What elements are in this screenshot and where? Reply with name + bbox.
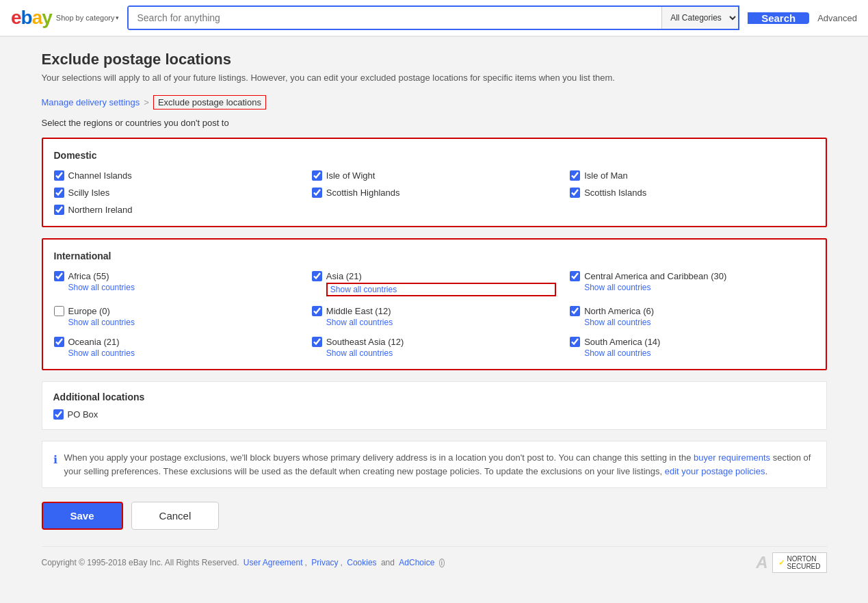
search-input[interactable]	[129, 7, 661, 29]
po-box-checkbox[interactable]	[53, 409, 64, 420]
scottish-highlands-label[interactable]: Scottish Highlands	[326, 188, 400, 198]
breadcrumb-separator: >	[144, 97, 149, 107]
norton-text: NORTONSECURED	[787, 555, 821, 570]
south-america-header: South America (14)	[570, 337, 814, 347]
main-content: Exclude postage locations Your selection…	[31, 37, 838, 592]
africa-header: Africa (55)	[54, 271, 298, 281]
southeast-asia-header: Southeast Asia (12)	[312, 337, 556, 347]
list-item: Central America and Caribbean (30) Show …	[570, 271, 814, 296]
central-america-label[interactable]: Central America and Caribbean (30)	[584, 271, 726, 281]
checkmark-icon: ✓	[778, 559, 785, 567]
africa-show-countries[interactable]: Show all countries	[68, 283, 298, 292]
domestic-grid: Channel Islands Isle of Wight Isle of Ma…	[54, 170, 815, 215]
asia-checkbox[interactable]	[312, 271, 322, 281]
user-agreement-link[interactable]: User Agreement	[244, 558, 303, 567]
list-item: PO Box	[53, 409, 815, 420]
oceania-show-countries[interactable]: Show all countries	[68, 348, 298, 358]
middle-east-show-countries[interactable]: Show all countries	[326, 318, 556, 327]
list-item: Southeast Asia (12) Show all countries	[312, 337, 556, 358]
breadcrumb-parent-link[interactable]: Manage delivery settings	[42, 97, 140, 107]
header: ebay Shop by category ▾ All Categories S…	[0, 0, 868, 37]
channel-islands-label[interactable]: Channel Islands	[68, 170, 132, 181]
middle-east-header: Middle East (12)	[312, 306, 556, 316]
scilly-isles-label[interactable]: Scilly Isles	[68, 188, 110, 198]
domestic-label: Domestic	[54, 150, 815, 161]
south-america-show-countries[interactable]: Show all countries	[584, 348, 814, 358]
shop-by-category[interactable]: Shop by category ▾	[56, 14, 120, 22]
europe-checkbox[interactable]	[54, 306, 64, 316]
adchoice-icon: i	[439, 559, 445, 567]
international-section: International Africa (55) Show all count…	[42, 238, 827, 370]
info-box: ℹ When you apply your postage exclusions…	[42, 441, 827, 488]
oceania-header: Oceania (21)	[54, 337, 298, 347]
cookies-link[interactable]: Cookies	[347, 558, 376, 567]
po-box-label[interactable]: PO Box	[68, 409, 98, 420]
europe-header: Europe (0)	[54, 306, 298, 316]
central-america-show-countries[interactable]: Show all countries	[584, 283, 814, 292]
africa-label[interactable]: Africa (55)	[68, 271, 109, 281]
norton-badge: ✓ NORTONSECURED	[772, 552, 827, 573]
north-america-label[interactable]: North America (6)	[584, 306, 654, 316]
page-title: Exclude postage locations	[42, 51, 827, 68]
list-item: Asia (21) Show all countries	[312, 271, 556, 296]
northern-ireland-label[interactable]: Northern Ireland	[68, 205, 133, 215]
central-america-header: Central America and Caribbean (30)	[570, 271, 814, 281]
domestic-section: Domestic Channel Islands Isle of Wight I…	[42, 138, 827, 227]
advanced-search-link[interactable]: Advanced	[817, 13, 857, 23]
channel-islands-checkbox[interactable]	[54, 170, 64, 181]
footer: Copyright © 1995-2018 eBay Inc. All Righ…	[42, 546, 827, 578]
page-subtitle: Your selections will apply to all of you…	[42, 73, 827, 83]
logo-area: ebay Shop by category ▾	[11, 8, 119, 27]
asia-label[interactable]: Asia (21)	[326, 271, 362, 281]
isle-of-wight-checkbox[interactable]	[312, 170, 322, 181]
asia-show-countries[interactable]: Show all countries	[326, 283, 556, 296]
adchoice-link[interactable]: AdChoice	[399, 558, 434, 567]
cancel-button[interactable]: Cancel	[131, 502, 220, 530]
list-item: Oceania (21) Show all countries	[54, 337, 298, 358]
select-instruction: Select the regions or countries you don'…	[42, 118, 827, 128]
europe-show-countries[interactable]: Show all countries	[68, 318, 298, 327]
international-label: International	[54, 251, 815, 261]
south-america-checkbox[interactable]	[570, 337, 580, 347]
copyright-text: Copyright © 1995-2018 eBay Inc. All Righ…	[42, 558, 239, 567]
edit-postage-policies-link[interactable]: edit your postage policies	[665, 466, 765, 476]
isle-of-man-checkbox[interactable]	[570, 170, 580, 181]
north-america-header: North America (6)	[570, 306, 814, 316]
southeast-asia-checkbox[interactable]	[312, 337, 322, 347]
scilly-isles-checkbox[interactable]	[54, 188, 64, 198]
scottish-islands-checkbox[interactable]	[570, 188, 580, 198]
ebay-logo: ebay	[11, 8, 52, 27]
info-text: When you apply your postage exclusions, …	[64, 451, 815, 478]
category-select[interactable]: All Categories	[661, 7, 738, 29]
europe-label[interactable]: Europe (0)	[68, 306, 110, 316]
southeast-asia-show-countries[interactable]: Show all countries	[326, 348, 556, 358]
info-text-before: When you apply your postage exclusions, …	[64, 452, 692, 463]
list-item: Europe (0) Show all countries	[54, 306, 298, 327]
central-america-checkbox[interactable]	[570, 271, 580, 281]
isle-of-man-label[interactable]: Isle of Man	[584, 170, 628, 181]
list-item: Africa (55) Show all countries	[54, 271, 298, 296]
south-america-label[interactable]: South America (14)	[584, 337, 660, 347]
north-america-show-countries[interactable]: Show all countries	[584, 318, 814, 327]
north-america-checkbox[interactable]	[570, 306, 580, 316]
footer-right: A ✓ NORTONSECURED	[756, 552, 826, 573]
footer-copyright: Copyright © 1995-2018 eBay Inc. All Righ…	[42, 558, 445, 567]
isle-of-wight-label[interactable]: Isle of Wight	[326, 170, 376, 181]
scottish-highlands-checkbox[interactable]	[312, 188, 322, 198]
buyer-requirements-link[interactable]: buyer requirements	[694, 452, 770, 463]
oceania-label[interactable]: Oceania (21)	[68, 337, 120, 347]
info-icon: ℹ	[53, 452, 57, 478]
list-item: Middle East (12) Show all countries	[312, 306, 556, 327]
search-button[interactable]: Search	[748, 12, 809, 24]
southeast-asia-label[interactable]: Southeast Asia (12)	[326, 337, 404, 347]
save-button[interactable]: Save	[42, 502, 123, 530]
international-grid: Africa (55) Show all countries Asia (21)…	[54, 271, 815, 358]
africa-checkbox[interactable]	[54, 271, 64, 281]
northern-ireland-checkbox[interactable]	[54, 205, 64, 215]
scottish-islands-label[interactable]: Scottish Islands	[584, 188, 646, 198]
privacy-link[interactable]: Privacy	[311, 558, 338, 567]
chevron-down-icon: ▾	[116, 14, 119, 21]
middle-east-label[interactable]: Middle East (12)	[326, 306, 391, 316]
oceania-checkbox[interactable]	[54, 337, 64, 347]
middle-east-checkbox[interactable]	[312, 306, 322, 316]
